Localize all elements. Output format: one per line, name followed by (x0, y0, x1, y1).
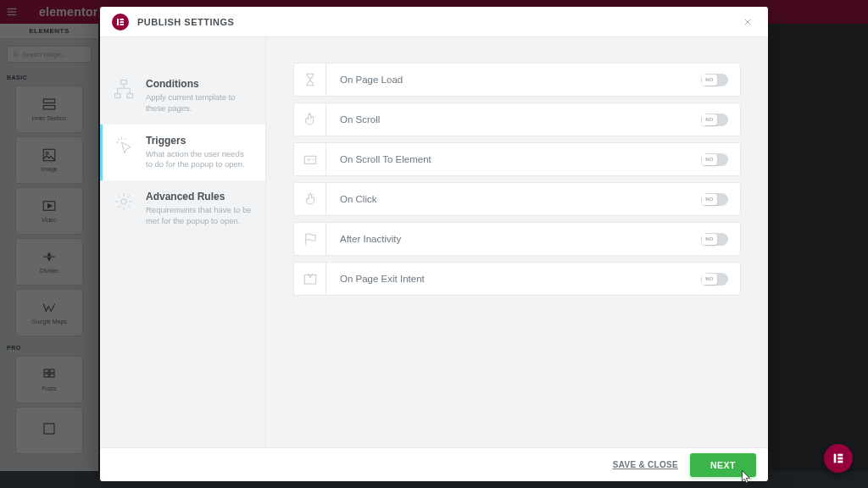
sidebar-tab-title: Triggers (146, 135, 252, 147)
settings-tabs-sidebar: Conditions Apply current template to the… (100, 37, 266, 447)
svg-rect-39 (837, 454, 843, 457)
sidebar-tab-advanced-rules[interactable]: Advanced Rules Requirements that have to… (100, 180, 265, 237)
trigger-row-click[interactable]: On Click NO (293, 182, 741, 216)
svg-line-30 (118, 138, 120, 140)
trigger-row-inactivity[interactable]: After Inactivity NO (293, 222, 741, 256)
sidebar-tab-title: Conditions (146, 78, 252, 90)
svg-line-36 (312, 194, 313, 195)
publish-settings-modal: PUBLISH SETTINGS Conditions Apply curren… (100, 7, 768, 481)
svg-rect-33 (304, 156, 316, 164)
modal-footer: SAVE & CLOSE NEXT (100, 447, 768, 481)
element-target-icon (294, 143, 326, 175)
sidebar-tab-title: Advanced Rules (146, 191, 252, 202)
trigger-label: On Click (326, 194, 701, 204)
sitemap-icon (112, 78, 136, 102)
sidebar-tab-desc: Requirements that have to be met for the… (146, 205, 252, 227)
sidebar-tab-desc: Apply current template to these pages. (146, 92, 252, 114)
svg-rect-20 (120, 19, 125, 20)
trigger-label: On Scroll To Element (326, 154, 701, 164)
trigger-toggle[interactable]: NO (701, 153, 728, 166)
svg-rect-25 (121, 80, 127, 84)
svg-point-32 (121, 199, 127, 205)
modal-header: PUBLISH SETTINGS (100, 7, 768, 37)
sidebar-tab-triggers[interactable]: Triggers What action the user needs to d… (100, 125, 265, 181)
sidebar-tab-conditions[interactable]: Conditions Apply current template to the… (100, 68, 265, 125)
svg-rect-38 (834, 454, 837, 463)
trigger-row-scroll[interactable]: On Scroll NO (293, 103, 741, 136)
finger-click-icon (294, 183, 326, 215)
svg-rect-21 (120, 21, 125, 23)
trigger-label: After Inactivity (326, 234, 701, 244)
close-button[interactable] (739, 14, 756, 30)
svg-line-35 (307, 194, 308, 195)
svg-line-31 (124, 138, 125, 140)
elementor-fab-button[interactable] (824, 444, 853, 473)
pointer-click-icon (112, 135, 136, 158)
svg-rect-19 (117, 19, 119, 25)
trigger-label: On Page Load (326, 75, 701, 85)
svg-rect-27 (127, 94, 133, 98)
save-and-close-button[interactable]: SAVE & CLOSE (613, 460, 678, 469)
cursor-exit-icon (294, 263, 326, 295)
trigger-toggle[interactable]: NO (701, 74, 728, 86)
trigger-toggle[interactable]: NO (701, 114, 728, 126)
modal-title: PUBLISH SETTINGS (137, 17, 234, 27)
trigger-row-page-load[interactable]: On Page Load NO (293, 63, 741, 97)
svg-rect-37 (304, 275, 316, 285)
next-button[interactable]: NEXT (690, 453, 756, 477)
sidebar-tab-desc: What action the user needs to do for the… (146, 149, 252, 171)
svg-rect-22 (120, 24, 125, 25)
hand-scroll-icon (294, 103, 326, 136)
hourglass-icon (294, 64, 326, 96)
trigger-toggle[interactable]: NO (701, 193, 728, 206)
svg-rect-26 (114, 94, 120, 98)
triggers-list: On Page Load NO On Scroll NO On Scroll T… (266, 37, 768, 447)
svg-rect-40 (837, 458, 843, 460)
trigger-row-exit-intent[interactable]: On Page Exit Intent NO (293, 262, 741, 296)
trigger-label: On Scroll (326, 114, 701, 125)
svg-rect-41 (837, 461, 843, 463)
gear-icon (112, 191, 136, 214)
trigger-label: On Page Exit Intent (326, 274, 701, 284)
trigger-row-scroll-to-element[interactable]: On Scroll To Element NO (293, 142, 741, 176)
elementor-logo-icon (112, 14, 129, 30)
trigger-toggle[interactable]: NO (701, 233, 728, 246)
trigger-toggle[interactable]: NO (701, 273, 728, 286)
flag-icon (294, 223, 326, 255)
